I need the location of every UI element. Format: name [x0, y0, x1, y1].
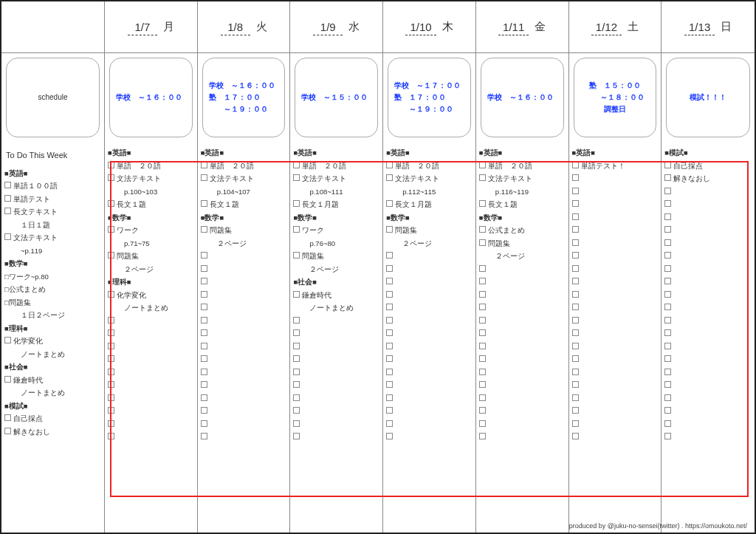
- checkbox-icon[interactable]: [108, 394, 114, 401]
- checkbox-icon[interactable]: [201, 343, 207, 349]
- checkbox-icon[interactable]: [386, 381, 393, 388]
- checkbox-icon[interactable]: [386, 420, 393, 427]
- checkbox-icon[interactable]: [201, 317, 207, 324]
- checkbox-icon[interactable]: [108, 162, 114, 168]
- checkbox-icon[interactable]: [479, 200, 486, 207]
- checkbox-icon[interactable]: [293, 355, 300, 362]
- checkbox-icon[interactable]: [479, 381, 486, 388]
- checkbox-icon[interactable]: [572, 265, 579, 272]
- checkbox-icon[interactable]: [479, 278, 486, 284]
- checkbox-icon[interactable]: [293, 329, 300, 336]
- checkbox-icon[interactable]: [201, 162, 207, 168]
- checkbox-icon[interactable]: [201, 355, 207, 362]
- checkbox-icon[interactable]: [572, 278, 579, 284]
- checkbox-icon[interactable]: [293, 291, 300, 298]
- checkbox-icon[interactable]: [4, 195, 11, 202]
- checkbox-icon[interactable]: [201, 304, 207, 310]
- checkbox-icon[interactable]: [293, 407, 300, 414]
- checkbox-icon[interactable]: [479, 394, 486, 401]
- checkbox-icon[interactable]: [479, 265, 486, 272]
- checkbox-icon[interactable]: [4, 233, 11, 240]
- checkbox-icon[interactable]: [664, 304, 671, 310]
- checkbox-icon[interactable]: [108, 420, 114, 427]
- checkbox-icon[interactable]: [386, 355, 393, 362]
- checkbox-icon[interactable]: [479, 317, 486, 324]
- checkbox-icon[interactable]: [293, 317, 300, 324]
- checkbox-icon[interactable]: [201, 407, 207, 414]
- checkbox-icon[interactable]: [479, 291, 486, 298]
- checkbox-icon[interactable]: [479, 174, 486, 181]
- checkbox-icon[interactable]: [386, 394, 393, 401]
- checkbox-icon[interactable]: [664, 291, 671, 298]
- checkbox-icon[interactable]: [479, 407, 486, 414]
- checkbox-icon[interactable]: [108, 433, 114, 439]
- checkbox-icon[interactable]: [108, 329, 114, 336]
- checkbox-icon[interactable]: [664, 252, 671, 259]
- checkbox-icon[interactable]: [664, 213, 671, 220]
- checkbox-icon[interactable]: [664, 420, 671, 427]
- checkbox-icon[interactable]: [201, 278, 207, 284]
- checkbox-icon[interactable]: [108, 174, 114, 181]
- checkbox-icon[interactable]: [108, 355, 114, 362]
- checkbox-icon[interactable]: [664, 265, 671, 272]
- checkbox-icon[interactable]: [201, 174, 207, 181]
- checkbox-icon[interactable]: [572, 433, 579, 439]
- checkbox-icon[interactable]: [293, 420, 300, 427]
- checkbox-icon[interactable]: [572, 407, 579, 414]
- checkbox-icon[interactable]: [572, 381, 579, 388]
- checkbox-icon[interactable]: [572, 291, 579, 298]
- checkbox-icon[interactable]: [201, 420, 207, 427]
- checkbox-icon[interactable]: [4, 182, 11, 188]
- checkbox-icon[interactable]: [386, 343, 393, 349]
- checkbox-icon[interactable]: [108, 291, 114, 298]
- checkbox-icon[interactable]: [479, 343, 486, 349]
- checkbox-icon[interactable]: [108, 226, 114, 233]
- checkbox-icon[interactable]: [572, 394, 579, 401]
- checkbox-icon[interactable]: [108, 381, 114, 388]
- checkbox-icon[interactable]: [572, 304, 579, 310]
- checkbox-icon[interactable]: [664, 407, 671, 414]
- checkbox-icon[interactable]: [572, 188, 579, 194]
- checkbox-icon[interactable]: [293, 343, 300, 349]
- checkbox-icon[interactable]: [201, 381, 207, 388]
- checkbox-icon[interactable]: [479, 433, 486, 439]
- checkbox-icon[interactable]: [664, 162, 671, 168]
- checkbox-icon[interactable]: [4, 208, 11, 214]
- checkbox-icon[interactable]: [201, 252, 207, 259]
- checkbox-icon[interactable]: [108, 343, 114, 349]
- checkbox-icon[interactable]: [386, 304, 393, 310]
- checkbox-icon[interactable]: [479, 239, 486, 246]
- checkbox-icon[interactable]: [108, 369, 114, 375]
- checkbox-icon[interactable]: [386, 433, 393, 439]
- checkbox-icon[interactable]: [572, 252, 579, 259]
- checkbox-icon[interactable]: [479, 304, 486, 310]
- checkbox-icon[interactable]: [664, 278, 671, 284]
- checkbox-icon[interactable]: [293, 394, 300, 401]
- checkbox-icon[interactable]: [108, 317, 114, 324]
- checkbox-icon[interactable]: [572, 200, 579, 207]
- checkbox-icon[interactable]: [572, 174, 579, 181]
- checkbox-icon[interactable]: [479, 226, 486, 233]
- checkbox-icon[interactable]: [572, 162, 579, 168]
- checkbox-icon[interactable]: [572, 369, 579, 375]
- checkbox-icon[interactable]: [664, 200, 671, 207]
- checkbox-icon[interactable]: [479, 369, 486, 375]
- checkbox-icon[interactable]: [293, 174, 300, 181]
- checkbox-icon[interactable]: [386, 291, 393, 298]
- checkbox-icon[interactable]: [572, 329, 579, 336]
- checkbox-icon[interactable]: [201, 394, 207, 401]
- checkbox-icon[interactable]: [386, 278, 393, 284]
- checkbox-icon[interactable]: [386, 162, 393, 168]
- checkbox-icon[interactable]: [201, 369, 207, 375]
- checkbox-icon[interactable]: [293, 433, 300, 439]
- checkbox-icon[interactable]: [293, 200, 300, 207]
- checkbox-icon[interactable]: [664, 369, 671, 375]
- checkbox-icon[interactable]: [293, 381, 300, 388]
- checkbox-icon[interactable]: [479, 162, 486, 168]
- checkbox-icon[interactable]: [108, 200, 114, 207]
- checkbox-icon[interactable]: [386, 200, 393, 207]
- checkbox-icon[interactable]: [479, 355, 486, 362]
- checkbox-icon[interactable]: [664, 239, 671, 246]
- checkbox-icon[interactable]: [572, 317, 579, 324]
- checkbox-icon[interactable]: [386, 226, 393, 233]
